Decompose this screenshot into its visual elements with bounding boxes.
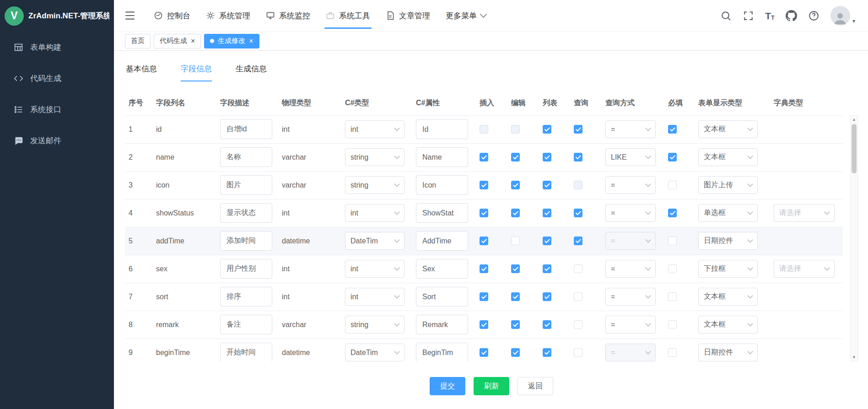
list-checkbox[interactable] <box>543 292 551 301</box>
query-mode-select[interactable]: = <box>605 204 656 222</box>
topnav-item-system-tools[interactable]: 系统工具 <box>318 0 378 31</box>
edit-checkbox[interactable] <box>511 320 520 329</box>
description-input[interactable] <box>220 231 272 251</box>
query-checkbox[interactable] <box>574 125 582 134</box>
required-checkbox[interactable] <box>668 320 677 329</box>
query-mode-select[interactable]: = <box>605 232 656 250</box>
scroll-down-icon[interactable]: ▼ <box>852 354 856 361</box>
cs-property-input[interactable] <box>416 343 468 361</box>
tab-field-info[interactable]: 字段信息 <box>181 64 212 81</box>
query-checkbox[interactable] <box>574 153 582 161</box>
sidebar-item-code-gen[interactable]: 代码生成 <box>0 63 114 94</box>
sidebar-item-system-api[interactable]: 系统接口 <box>0 94 114 125</box>
edit-checkbox[interactable] <box>511 209 520 217</box>
edit-checkbox[interactable] <box>511 237 520 245</box>
required-checkbox[interactable] <box>668 237 677 245</box>
required-checkbox[interactable] <box>668 153 677 161</box>
insert-checkbox[interactable] <box>480 237 488 245</box>
cs-type-select[interactable]: DateTim <box>345 232 404 250</box>
cs-property-input[interactable] <box>416 315 468 334</box>
cs-type-select[interactable]: int <box>345 204 404 222</box>
query-mode-select[interactable]: = <box>605 260 656 278</box>
display-type-select[interactable]: 下拉框 <box>698 260 758 278</box>
sidebar-item-send-mail[interactable]: 发送邮件 <box>0 125 114 156</box>
description-input[interactable] <box>220 119 272 139</box>
dict-type-select[interactable]: 请选择 <box>774 204 835 222</box>
edit-checkbox[interactable] <box>511 292 520 301</box>
sidebar-collapse-icon[interactable] <box>124 10 136 22</box>
tag-home[interactable]: 首页 <box>125 34 151 48</box>
query-checkbox[interactable] <box>574 181 582 189</box>
list-checkbox[interactable] <box>543 209 551 217</box>
query-checkbox[interactable] <box>574 264 582 273</box>
query-mode-select[interactable]: = <box>605 344 656 361</box>
close-icon[interactable]: × <box>191 38 195 45</box>
display-type-select[interactable]: 文本框 <box>698 288 758 306</box>
back-button[interactable]: 返回 <box>518 377 553 395</box>
query-checkbox[interactable] <box>574 320 582 329</box>
insert-checkbox[interactable] <box>480 181 488 189</box>
topnav-item-console[interactable]: 控制台 <box>146 0 198 31</box>
topnav-item-more-menu[interactable]: 更多菜单 <box>438 0 494 31</box>
edit-checkbox[interactable] <box>511 264 520 273</box>
cs-type-select[interactable]: int <box>345 260 404 278</box>
scrollbar-track[interactable] <box>851 123 857 354</box>
edit-checkbox[interactable] <box>511 125 520 134</box>
topnav-item-system-monitor[interactable]: 系统监控 <box>258 0 318 31</box>
fullscreen-icon[interactable] <box>743 10 754 22</box>
scroll-up-icon[interactable]: ▲ <box>852 116 856 123</box>
description-input[interactable] <box>220 287 272 307</box>
dict-type-select[interactable]: 请选择 <box>774 260 835 278</box>
github-icon[interactable] <box>786 10 797 22</box>
tab-gen-info[interactable]: 生成信息 <box>236 64 267 81</box>
topnav-item-article-mgmt[interactable]: 文章管理 <box>378 0 438 31</box>
description-input[interactable] <box>220 203 272 223</box>
scrollbar-thumb[interactable] <box>852 124 857 173</box>
required-checkbox[interactable] <box>668 348 677 357</box>
submit-button[interactable]: 提交 <box>430 377 465 395</box>
required-checkbox[interactable] <box>668 264 677 273</box>
insert-checkbox[interactable] <box>480 125 488 134</box>
tag-gen-edit[interactable]: 生成修改 × <box>204 34 259 48</box>
insert-checkbox[interactable] <box>480 153 488 161</box>
help-icon[interactable] <box>808 10 819 22</box>
font-size-icon[interactable]: TT <box>765 11 775 21</box>
display-type-select[interactable]: 单选框 <box>698 204 758 222</box>
cs-property-input[interactable] <box>416 231 468 251</box>
query-checkbox[interactable] <box>574 237 582 245</box>
search-icon[interactable] <box>720 10 732 22</box>
cs-property-input[interactable] <box>416 119 468 139</box>
insert-checkbox[interactable] <box>480 264 488 273</box>
insert-checkbox[interactable] <box>480 348 488 357</box>
list-checkbox[interactable] <box>543 153 551 161</box>
topnav-item-system-mgmt[interactable]: 系统管理 <box>198 0 258 31</box>
display-type-select[interactable]: 日期控件 <box>698 232 758 250</box>
cs-type-select[interactable]: DateTim <box>345 344 404 361</box>
list-checkbox[interactable] <box>543 237 551 245</box>
query-checkbox[interactable] <box>574 209 582 217</box>
cs-type-select[interactable]: int <box>345 120 404 138</box>
edit-checkbox[interactable] <box>511 153 520 161</box>
cs-property-input[interactable] <box>416 287 468 307</box>
display-type-select[interactable]: 文本框 <box>698 120 758 138</box>
cs-property-input[interactable] <box>416 203 468 223</box>
query-mode-select[interactable]: = <box>605 288 656 306</box>
display-type-select[interactable]: 图片上传 <box>698 176 758 194</box>
cs-type-select[interactable]: string <box>345 176 404 194</box>
tab-basic-info[interactable]: 基本信息 <box>126 64 157 81</box>
query-mode-select[interactable]: LIKE <box>605 148 656 166</box>
cs-type-select[interactable]: string <box>345 148 404 166</box>
display-type-select[interactable]: 文本框 <box>698 148 758 166</box>
required-checkbox[interactable] <box>668 181 677 189</box>
query-mode-select[interactable]: = <box>605 316 656 334</box>
user-menu[interactable]: ▾ <box>830 6 855 26</box>
cs-type-select[interactable]: int <box>345 288 404 306</box>
description-input[interactable] <box>220 343 272 361</box>
required-checkbox[interactable] <box>668 125 677 134</box>
query-checkbox[interactable] <box>574 292 582 301</box>
insert-checkbox[interactable] <box>480 292 488 301</box>
cs-property-input[interactable] <box>416 175 468 195</box>
cs-property-input[interactable] <box>416 147 468 167</box>
list-checkbox[interactable] <box>543 264 551 273</box>
insert-checkbox[interactable] <box>480 209 488 217</box>
